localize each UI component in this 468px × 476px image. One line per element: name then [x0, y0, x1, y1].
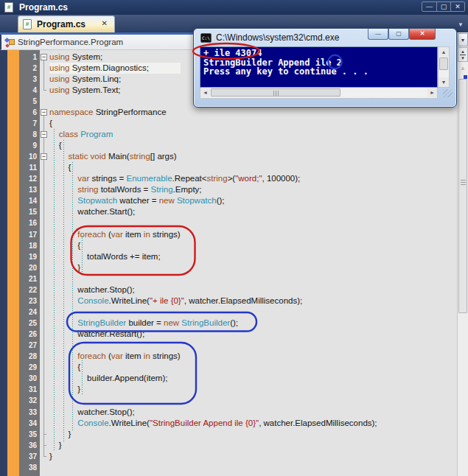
code-line[interactable]: foreach (var item in strings) [49, 229, 455, 240]
tab-close-icon[interactable]: ✕ [102, 19, 108, 27]
tab-program-cs[interactable]: # Program.cs ✕ [18, 15, 115, 32]
vs-floating-document-window: # Program.cs — ▢ ✕ # Program.cs ✕ ▼ Stri… [0, 0, 468, 476]
code-line[interactable]: totalWords += item; [49, 251, 455, 262]
code-line[interactable]: } [49, 451, 455, 462]
code-line[interactable]: Console.WriteLine("StringBuilder Append … [49, 418, 455, 429]
csharp-file-icon: # [23, 19, 32, 29]
line-number: 33 [19, 407, 40, 418]
code-line[interactable] [49, 462, 455, 473]
code-line[interactable]: watcher.Start(); [49, 206, 455, 217]
cmd-resize-grip[interactable] [443, 89, 453, 97]
line-number: 27 [19, 340, 40, 351]
line-number: 1 [19, 52, 40, 63]
line-number: 8 [19, 129, 40, 140]
code-line[interactable]: static void Main(string[] args) [49, 151, 455, 162]
cmd-window[interactable]: C:\ C:\Windows\system32\cmd.exe — ▢ ✕ + … [193, 28, 457, 108]
code-line[interactable]: watcher.Stop(); [49, 284, 455, 295]
scrollbar-thumb[interactable] [458, 79, 467, 313]
code-line[interactable]: builder.Append(item); [49, 373, 455, 384]
code-line[interactable]: { [49, 240, 455, 251]
line-number-gutter[interactable]: 1234567891011121314151617181920212223242… [19, 50, 40, 476]
editor-left-edge [0, 50, 7, 476]
cmd-prompt-icon: C:\ [200, 33, 212, 43]
console-vertical-scrollbar[interactable]: ▲ ▼ [438, 46, 450, 88]
fold-toggle[interactable]: − [41, 109, 47, 116]
line-number: 25 [19, 318, 40, 329]
code-line[interactable]: } [49, 262, 455, 273]
cmd-close-button[interactable]: ✕ [409, 29, 436, 40]
breadcrumb: StringPerformance.Program [18, 38, 123, 46]
code-line[interactable]: } [49, 440, 455, 451]
line-number: 37 [19, 451, 40, 462]
minimize-button[interactable]: — [422, 2, 436, 11]
code-line[interactable]: } [49, 429, 455, 440]
console-scroll-up-icon[interactable]: ▲ [439, 47, 449, 57]
line-number: 24 [19, 307, 40, 318]
tab-label: Program.cs [37, 19, 85, 29]
outlining-margin: −−−− [40, 50, 49, 476]
code-line[interactable]: { [49, 162, 455, 173]
thumb-grip-icon [461, 180, 466, 185]
code-line[interactable] [49, 340, 455, 351]
code-line[interactable]: { [49, 140, 455, 151]
line-number: 2 [19, 63, 40, 74]
cmd-window-title: C:\Windows\system32\cmd.exe [216, 32, 339, 43]
cmd-minimize-button[interactable]: — [368, 29, 388, 40]
window-titlebar[interactable]: # Program.cs — ▢ ✕ [0, 0, 468, 15]
code-line[interactable]: watcher.Restart(); [49, 329, 455, 340]
outline-end-tick [43, 445, 46, 446]
line-number: 35 [19, 429, 40, 440]
fold-toggle[interactable]: − [41, 131, 47, 138]
console-hscroll-thumb[interactable] [211, 88, 340, 97]
console-scroll-right-icon[interactable]: ► [427, 88, 437, 97]
maximize-button[interactable]: ▢ [436, 2, 450, 11]
code-line[interactable]: var strings = Enumerable.Repeat<string>(… [49, 173, 455, 184]
code-line[interactable]: } [49, 384, 455, 395]
outline-connector [43, 116, 44, 457]
line-number: 23 [19, 295, 40, 307]
code-line[interactable]: { [49, 118, 455, 129]
code-line[interactable]: StringBuilder builder = new StringBuilde… [49, 318, 455, 329]
line-number: 20 [19, 262, 40, 273]
cmd-maximize-button[interactable]: ▢ [388, 29, 409, 40]
code-line[interactable]: Stopwatch watcher = new Stopwatch(); [49, 195, 455, 206]
line-number: 16 [19, 217, 40, 228]
class-icon [5, 38, 15, 47]
code-editor[interactable]: 1234567891011121314151617181920212223242… [0, 50, 457, 476]
code-line[interactable] [49, 395, 455, 406]
line-number: 19 [19, 251, 40, 262]
scrollbar-options-dropdown-icon[interactable]: ▼ [458, 33, 468, 46]
outline-end-tick [43, 456, 46, 457]
code-text-area[interactable]: using System;using System.Diagnostics;us… [49, 52, 455, 473]
line-number: 30 [19, 373, 40, 384]
line-number: 14 [19, 195, 40, 206]
editor-vertical-scrollbar[interactable]: ▼ ▲▼ ▲ [457, 32, 468, 476]
fold-toggle[interactable]: − [41, 153, 47, 160]
cmd-client-area: + ile 43074StringBuilder Append ile 2Pre… [200, 46, 450, 99]
line-number: 22 [19, 284, 40, 295]
console-vscroll-thumb[interactable] [439, 57, 448, 70]
code-line[interactable]: { [49, 362, 455, 373]
close-button[interactable]: ✕ [450, 2, 464, 11]
scroll-up-icon[interactable]: ▲ [458, 63, 468, 74]
fold-toggle[interactable]: − [41, 54, 47, 60]
code-line[interactable]: foreach (var item in strings) [49, 351, 455, 362]
line-number: 4 [19, 85, 40, 96]
code-line[interactable]: namespace StringPerformance [49, 107, 455, 118]
code-line[interactable]: string totalWords = String.Empty; [49, 184, 455, 195]
cmd-window-controls: — ▢ ✕ [368, 29, 436, 40]
line-number: 7 [19, 118, 40, 129]
code-line[interactable]: watcher.Stop(); [49, 407, 455, 418]
code-line[interactable] [49, 273, 455, 284]
code-line[interactable]: class Program [49, 129, 455, 140]
console-scroll-left-icon[interactable]: ◄ [200, 88, 210, 97]
console-horizontal-scrollbar[interactable]: ◄ ► [200, 88, 438, 99]
tab-list-dropdown-icon[interactable]: ▼ [458, 21, 464, 28]
code-line[interactable] [49, 217, 455, 228]
code-line[interactable] [49, 307, 455, 318]
line-number: 10 [19, 151, 40, 162]
code-line[interactable]: Console.WriteLine("+ ile {0}", watcher.E… [49, 295, 455, 307]
outline-end-tick [43, 90, 46, 91]
console-scroll-down-icon[interactable]: ▼ [439, 77, 449, 87]
split-window-handle-icon[interactable]: ▲▼ [458, 47, 468, 62]
